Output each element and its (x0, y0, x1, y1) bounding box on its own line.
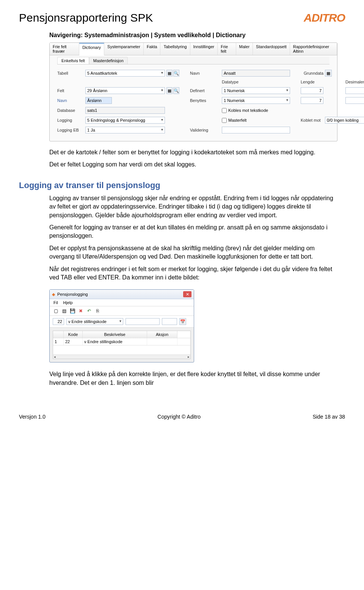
open-tabell-icon[interactable]: ▦ (166, 70, 173, 77)
input-navn: Ansatt (222, 70, 290, 77)
label-datatype: Datatype (222, 80, 290, 84)
tab-maler[interactable]: Maler (236, 43, 253, 55)
subtab-masterdefinisjon[interactable]: Masterdefinisjon (89, 57, 128, 64)
grid-cell[interactable]: v Endre stillingskode (83, 338, 147, 345)
save-icon[interactable]: 💾 (69, 308, 75, 314)
label-lengde: Lengde (301, 80, 323, 84)
menu-fil[interactable]: Fil (53, 300, 58, 305)
grid-cell[interactable]: 1 (53, 338, 64, 345)
input-koblet-mot[interactable]: 0/0 Ingen kobling (325, 117, 364, 124)
dictionary-form-screenshot: Frie felt fraværDictionarySystemparamete… (49, 42, 337, 141)
label-database: Database (57, 108, 84, 113)
label-felt: Felt (57, 88, 84, 93)
input-benyttes[interactable]: 1 Numerisk (222, 97, 290, 104)
footer-version: Versjon 1.0 (19, 414, 46, 420)
open-felt-icon[interactable]: ▦ (166, 87, 173, 94)
input-validering[interactable] (222, 127, 290, 133)
grid-header: Beskrivelse (83, 331, 147, 338)
tab-standardoppsett[interactable]: Standardoppsett (253, 43, 290, 55)
brand-logo: ADITRO (304, 11, 345, 24)
input-empty2[interactable] (162, 318, 177, 325)
footer-copyright: Copyright © Aditro (157, 414, 201, 420)
page-title: Pensjonsrapportering SPK (19, 11, 153, 24)
search-tabell-icon[interactable]: 🔍 (173, 70, 179, 77)
paragraph: Logging av transer til pensjonslogg skje… (49, 194, 337, 220)
tab-frie-felt-fravær[interactable]: Frie felt fravær (50, 43, 79, 55)
menu-hjelp[interactable]: Hjelp (63, 300, 73, 305)
paragraph: Generelt for logging av transer er at de… (49, 223, 337, 240)
input-felt[interactable]: 29 Årslønn (85, 87, 165, 94)
tab-systemparameter[interactable]: Systemparameter (104, 43, 144, 55)
scroll-right-icon[interactable]: ▸ (188, 355, 190, 359)
label-masterfelt: Masterfelt (228, 118, 246, 122)
undo-icon[interactable]: ↶ (86, 308, 92, 314)
input-def-des[interactable]: 2 (345, 87, 364, 94)
input-def-lengde[interactable]: 7 (301, 87, 323, 94)
input-ben-lengde[interactable]: 7 (301, 97, 323, 104)
subtab-enkeltvis-felt[interactable]: Enkeltvis felt (57, 57, 89, 64)
input-tabell[interactable]: 5 Ansattkartotek (85, 70, 165, 77)
grid-cell[interactable]: 22 (64, 338, 83, 345)
label-tabell: Tabell (57, 71, 84, 75)
footer-page: Side 18 av 38 (312, 414, 345, 420)
label-logging: Logging (57, 118, 84, 122)
checkbox-kobles-tekstkode[interactable] (222, 108, 227, 113)
grid-cell[interactable] (147, 338, 177, 345)
label-navn2: Navn (57, 98, 84, 103)
app-icon: ◆ (52, 292, 55, 297)
label-desimaler: Desimaler (345, 80, 364, 84)
tab-rapportdefinisjoner-altinn[interactable]: Rapportdefinisjoner Altinn (290, 43, 337, 55)
tab-innstillinger[interactable]: Innstillinger (190, 43, 218, 55)
input-code[interactable]: 22 (53, 318, 64, 325)
pensjonslogging-dialog-screenshot: ◆ Pensjonslogging ✕ FilHjelp ▢ ▤ 💾 ✖ ↶ ⎘… (49, 289, 194, 362)
input-navn2[interactable]: Årslønn (85, 97, 112, 104)
tab-tabellstyring[interactable]: Tabellstyring (160, 43, 190, 55)
paragraph: Når det registreres endringer i et felt … (49, 265, 337, 282)
grunndata-icon[interactable]: ▦ (325, 70, 332, 77)
calendar-icon[interactable]: 📅 (179, 318, 186, 325)
tab-frie-felt[interactable]: Frie felt (218, 43, 236, 55)
label-benyttes: Benyttes (190, 98, 220, 103)
paragraph: Det er opplyst fra pensjonskassene at de… (49, 244, 337, 261)
search-felt-icon[interactable]: 🔍 (173, 87, 179, 94)
label-koblet-mot: Koblet mot (301, 118, 323, 122)
breadcrumb: Navigering: Systemadministrasjon | Syste… (49, 32, 337, 39)
open-icon[interactable]: ▤ (61, 308, 67, 314)
input-empty1[interactable] (126, 318, 160, 325)
grid-header: Aksjon (147, 331, 177, 338)
close-icon[interactable]: ✕ (183, 291, 191, 297)
new-icon[interactable]: ▢ (53, 308, 59, 314)
paragraph: Velg linje ved å klikke på den korrekte … (49, 370, 337, 387)
grid-header: Kode (64, 331, 83, 338)
input-logging[interactable]: 5 Endringslogg & Pensjonslogg (85, 117, 165, 124)
tab-fakta[interactable]: Fakta (144, 43, 161, 55)
checkbox-masterfelt[interactable] (222, 118, 227, 123)
grid-header (53, 331, 64, 338)
paragraph: Det er feltet Logging som har verdi om d… (49, 160, 337, 169)
paragraph: Det er de kartotek / felter som er benyt… (49, 148, 337, 157)
tab-dictionary[interactable]: Dictionary (79, 43, 104, 55)
scroll-left-icon[interactable]: ◂ (54, 355, 56, 359)
input-definert[interactable]: 1 Numerisk (222, 87, 290, 94)
label-definert: Definert (190, 88, 220, 93)
input-database: sats1 (85, 107, 165, 114)
copy-icon[interactable]: ⎘ (94, 308, 100, 314)
section-heading: Logging av transer til pensjonslogg (19, 180, 337, 190)
input-desc[interactable]: v Endre stillingskode (66, 318, 123, 325)
label-navn: Navn (190, 71, 220, 75)
input-ben-des[interactable]: 2 (345, 97, 364, 104)
label-logging-eb: Logging EB (57, 128, 84, 132)
label-grunndata: Grunndata (301, 71, 323, 75)
dialog-title: Pensjonslogging (57, 292, 88, 297)
input-logging-eb[interactable]: 1 Ja (85, 127, 165, 133)
label-kobles-tekstkode: Kobles mot tekstkode (228, 108, 268, 113)
delete-icon[interactable]: ✖ (78, 308, 84, 314)
label-validering: Validering (190, 128, 220, 132)
